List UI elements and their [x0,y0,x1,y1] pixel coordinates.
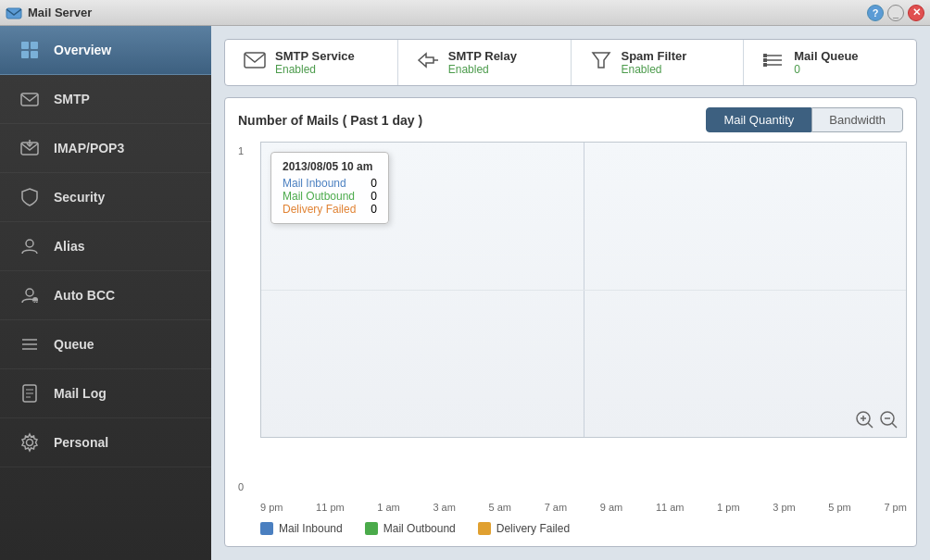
legend-label-outbound: Mail Outbound [383,522,456,535]
svg-marker-23 [593,53,610,68]
svg-rect-20 [245,53,265,68]
tab-bandwidth[interactable]: Bandwidth [811,107,903,132]
sidebar-label-queue: Queue [54,337,94,352]
chart-header: Number of Mails ( Past 1 day ) Mail Quan… [225,98,916,138]
smtp-service-value: Enabled [275,63,355,76]
chart-canvas: 2013/08/05 10 am Mail Inbound 0 Mail Out… [260,142,907,438]
sidebar-item-smtp[interactable]: SMTP [0,75,211,124]
sidebar-item-alias[interactable]: Alias [0,222,211,271]
smtp-icon [17,86,43,112]
shield-icon [17,184,43,210]
legend-inbound: Mail Inbound [260,522,343,535]
user-icon [17,233,43,259]
legend-label-failed: Delivery Failed [496,522,570,535]
chart-y-axis: 1 0 [234,142,247,496]
status-smtp-service[interactable]: SMTP Service Enabled [225,40,398,85]
sidebar-label-alias: Alias [54,239,84,254]
svg-rect-5 [21,93,38,106]
svg-marker-21 [419,54,434,67]
zoom-in-button[interactable] [854,409,874,429]
x-label-2: 1 am [377,502,399,513]
sidebar-label-overview: Overview [54,43,111,57]
svg-rect-2 [31,42,38,49]
tooltip-row-outbound: Mail Outbound 0 [283,190,377,203]
status-spam-filter[interactable]: Spam Filter Enabled [572,40,745,85]
legend-color-outbound [365,522,378,535]
svg-point-9 [26,289,33,296]
tooltip-row-failed: Delivery Failed 0 [283,203,377,216]
sidebar-item-security[interactable]: Security [0,173,211,222]
tooltip-failed-value: 0 [371,203,377,216]
grid-icon [17,37,43,63]
tooltip-outbound-value: 0 [371,190,377,203]
svg-line-35 [892,423,897,428]
y-label-min: 0 [238,481,244,492]
help-button[interactable]: ? [867,5,884,21]
download-icon [17,135,43,161]
svg-rect-3 [21,51,29,58]
main-content: SMTP Service Enabled SMTP Relay Enabled [211,26,930,560]
svg-text:cc: cc [32,299,38,305]
grid-line-1 [261,290,906,291]
zoom-out-button[interactable] [878,409,899,429]
x-label-3: 3 am [433,502,455,513]
app-body: Overview SMTP IMAP/POP3 Security Alias [0,26,930,560]
mail-queue-text: Mail Queue 0 [794,49,858,76]
x-label-10: 5 pm [828,502,850,513]
tooltip-date: 2013/08/05 10 am [283,160,377,173]
svg-point-8 [26,240,33,247]
x-label-7: 11 am [656,502,685,513]
svg-point-19 [27,440,33,446]
sidebar-item-overview[interactable]: Overview [0,26,211,75]
x-label-5: 7 am [545,502,567,513]
x-label-1: 11 pm [316,502,345,513]
sidebar: Overview SMTP IMAP/POP3 Security Alias [0,26,211,560]
status-smtp-relay[interactable]: SMTP Relay Enabled [398,40,572,85]
sidebar-item-mail-log[interactable]: Mail Log [0,369,211,418]
autobcc-icon: cc [17,282,43,308]
y-label-max: 1 [238,145,244,156]
legend-label-inbound: Mail Inbound [279,522,343,535]
sidebar-item-personal[interactable]: Personal [0,418,211,467]
status-mail-queue[interactable]: Mail Queue 0 [744,40,916,85]
spam-filter-label: Spam Filter [622,49,687,63]
legend-failed: Delivery Failed [478,522,570,535]
tab-mail-quantity[interactable]: Mail Quantity [706,107,811,132]
svg-line-31 [868,423,873,428]
title-bar-controls: ? _ ✕ [867,5,924,21]
chart-legend: Mail Inbound Mail Outbound Delivery Fail… [260,518,907,539]
smtp-relay-text: SMTP Relay Enabled [448,49,517,76]
svg-rect-28 [763,58,767,62]
smtp-relay-label: SMTP Relay [448,49,517,63]
legend-color-inbound [260,522,273,535]
legend-color-failed [478,522,491,535]
app-icon [6,5,22,21]
mail-queue-value: 0 [794,63,858,76]
svg-rect-1 [21,42,29,49]
queue-icon [17,331,43,357]
smtp-service-label: SMTP Service [275,49,355,63]
sidebar-label-auto-bcc: Auto BCC [54,288,115,303]
close-button[interactable]: ✕ [908,5,924,21]
list-icon [762,51,785,74]
sidebar-label-mail-log: Mail Log [54,386,107,401]
x-label-9: 3 pm [773,502,795,513]
sidebar-item-auto-bcc[interactable]: cc Auto BCC [0,271,211,320]
log-icon [17,380,43,406]
spam-filter-text: Spam Filter Enabled [622,49,687,76]
tooltip-failed-label: Delivery Failed [283,203,356,216]
minimize-button[interactable]: _ [887,5,904,21]
smtp-service-text: SMTP Service Enabled [275,49,355,76]
sidebar-label-imap: IMAP/POP3 [54,141,124,156]
chart-x-axis: 9 pm 11 pm 1 am 3 am 5 am 7 am 9 am 11 a… [260,500,907,515]
x-label-6: 9 am [600,502,622,513]
x-label-4: 5 am [489,502,511,513]
x-label-0: 9 pm [260,502,283,513]
envelope-icon [244,51,266,74]
relay-icon [417,51,439,74]
mail-queue-label: Mail Queue [794,49,858,63]
sidebar-item-imap[interactable]: IMAP/POP3 [0,124,211,173]
legend-outbound: Mail Outbound [365,522,456,535]
sidebar-label-security: Security [54,190,105,205]
sidebar-item-queue[interactable]: Queue [0,320,211,369]
